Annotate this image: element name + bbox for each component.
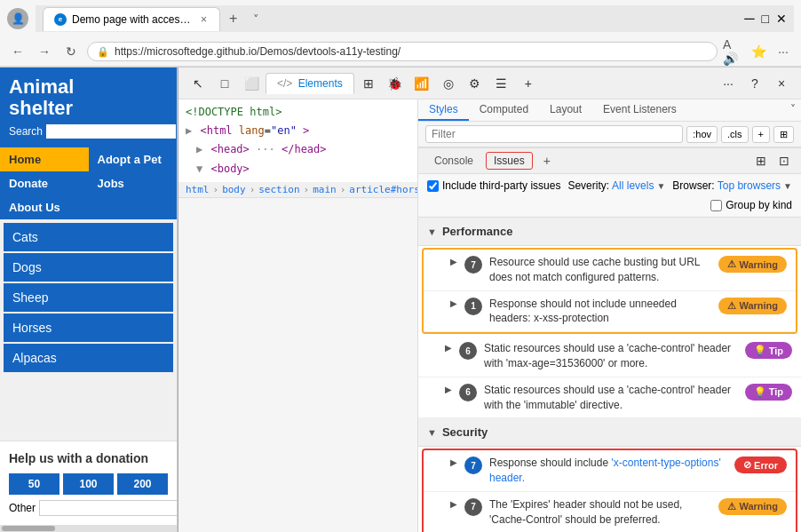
- security-tab-icon[interactable]: ☰: [489, 71, 514, 96]
- network-tab-icon[interactable]: ⊞: [356, 71, 381, 96]
- more-tools-button[interactable]: ···: [773, 41, 794, 62]
- breadcrumb-main[interactable]: main: [313, 184, 337, 195]
- devtools-help-button[interactable]: ?: [742, 71, 767, 96]
- site-name-shelter: shelter: [9, 97, 73, 119]
- group-by-filter[interactable]: Group by kind: [710, 199, 792, 211]
- add-style-button[interactable]: +: [752, 126, 770, 143]
- issue-link[interactable]: 'x-content-type-options' header.: [489, 457, 721, 484]
- donation-50-button[interactable]: 50: [9, 473, 59, 495]
- maximize-button[interactable]: □: [762, 12, 769, 26]
- warning-icon: ⚠: [727, 501, 736, 512]
- event-listeners-tab[interactable]: Event Listeners: [592, 99, 687, 121]
- search-input[interactable]: [46, 124, 176, 139]
- animal-item-horses[interactable]: Horses: [4, 314, 173, 342]
- lock-icon: 🔒: [97, 46, 109, 58]
- active-tab[interactable]: e Demo page with accessibility iss... ×: [43, 7, 220, 31]
- add-panel-button[interactable]: +: [536, 150, 558, 171]
- minimize-button[interactable]: ─: [744, 11, 754, 27]
- nav-home-button[interactable]: Home: [0, 147, 89, 171]
- breadcrumb-html[interactable]: html: [186, 184, 210, 195]
- class-filter-button[interactable]: .cls: [721, 126, 749, 143]
- panel-action-1[interactable]: ⊞: [751, 151, 771, 171]
- hover-filter-button[interactable]: :hov: [686, 126, 718, 143]
- nav-donate-button[interactable]: Donate: [0, 171, 89, 195]
- console-tab[interactable]: Console: [425, 151, 482, 171]
- filter-actions: :hov .cls + ⊞: [686, 126, 794, 143]
- new-tab-button[interactable]: +: [220, 5, 246, 32]
- donation-200-button[interactable]: 200: [117, 473, 168, 495]
- styles-more-button[interactable]: ˅: [785, 99, 801, 121]
- security-chevron: ▼: [427, 427, 437, 438]
- favorites-button[interactable]: ⭐: [748, 41, 769, 62]
- inspect-element-button[interactable]: ↖: [186, 71, 210, 96]
- lighthouse-tab-icon[interactable]: +: [516, 71, 541, 96]
- performance-section-title: Performance: [442, 225, 512, 238]
- computed-tab[interactable]: Computed: [469, 99, 539, 121]
- styles-tab[interactable]: Styles: [418, 99, 469, 121]
- nav-adopt-button[interactable]: Adopt a Pet: [89, 147, 178, 171]
- nav-menu: Home Adopt a Pet Donate Jobs About Us: [0, 147, 177, 219]
- issue-count: 6: [459, 384, 477, 401]
- issue-expand-icon[interactable]: ▶: [445, 343, 452, 353]
- breadcrumb-article[interactable]: article#horses: [349, 184, 418, 195]
- html-head[interactable]: ▶ <head> ··· </head>: [178, 140, 417, 159]
- filter-bar: :hov .cls + ⊞: [418, 122, 801, 147]
- html-body[interactable]: ▼ <body>: [178, 160, 417, 179]
- elements-tab[interactable]: </> Elements: [266, 73, 354, 94]
- browser-filter[interactable]: Browser: Top browsers ▼: [672, 179, 792, 192]
- styles-filter-input[interactable]: [425, 125, 683, 143]
- forward-button[interactable]: →: [34, 41, 55, 62]
- read-aloud-button[interactable]: A🔊: [723, 41, 744, 62]
- devtools-more-button[interactable]: ···: [716, 71, 741, 96]
- issue-expand-icon[interactable]: ▶: [450, 257, 457, 266]
- issue-expand-icon[interactable]: ▶: [450, 499, 457, 509]
- tip-icon: 💡: [754, 386, 766, 398]
- security-section-header[interactable]: ▼ Security: [418, 418, 801, 447]
- elements-panel: <!DOCTYPE html> ▶ <html lang="en" > ▶ <h…: [178, 99, 801, 532]
- donation-amounts: 50 100 200: [9, 473, 168, 495]
- tab-dropdown-button[interactable]: ˅: [246, 7, 266, 31]
- url-text: https://microsoftedge.github.io/Demos/de…: [115, 45, 708, 58]
- close-window-button[interactable]: ✕: [776, 12, 787, 26]
- issue-expand-icon[interactable]: ▶: [450, 457, 457, 467]
- address-actions: A🔊 ⭐ ···: [723, 41, 794, 62]
- issues-tab[interactable]: Issues: [486, 152, 533, 170]
- donation-other-label: Other: [9, 502, 36, 514]
- html-root[interactable]: ▶ <html lang="en" >: [178, 122, 417, 140]
- breadcrumb-body[interactable]: body: [222, 184, 246, 195]
- url-bar[interactable]: 🔒 https://microsoftedge.github.io/Demos/…: [87, 42, 718, 61]
- breadcrumb-section[interactable]: section: [258, 184, 299, 195]
- nav-about-button[interactable]: About Us: [0, 195, 177, 219]
- back-button[interactable]: ←: [7, 41, 28, 62]
- devtools-close-button[interactable]: ×: [769, 71, 794, 96]
- donation-100-button[interactable]: 100: [63, 473, 114, 495]
- performance-tab-icon[interactable]: 📶: [409, 71, 434, 96]
- memory-tab-icon[interactable]: ◎: [436, 71, 461, 96]
- warning-badge: ⚠ Warning: [718, 498, 787, 515]
- device-mode-button[interactable]: ⬜: [239, 71, 264, 96]
- sources-tab-icon[interactable]: 🐞: [383, 71, 408, 96]
- refresh-button[interactable]: ↻: [60, 41, 82, 62]
- nav-jobs-button[interactable]: Jobs: [89, 171, 178, 195]
- performance-section-header[interactable]: ▼ Performance: [418, 218, 801, 246]
- animal-item-dogs[interactable]: Dogs: [4, 253, 173, 282]
- computed-view-button[interactable]: ⊞: [773, 126, 794, 143]
- animal-item-alpacas[interactable]: Alpacas: [4, 344, 173, 372]
- donation-other-input[interactable]: [39, 500, 178, 516]
- third-party-checkbox[interactable]: Include third-party issues: [427, 179, 560, 192]
- severity-filter[interactable]: Severity: All levels ▼: [567, 179, 665, 192]
- issue-row: ▶ 7 The 'Expires' header should not be u…: [424, 492, 796, 532]
- tab-close-button[interactable]: ×: [199, 13, 209, 26]
- layout-tab[interactable]: Layout: [539, 99, 592, 121]
- issue-expand-icon[interactable]: ▶: [445, 385, 452, 394]
- animal-item-sheep[interactable]: Sheep: [4, 283, 173, 312]
- animal-item-cats[interactable]: Cats: [4, 223, 173, 251]
- application-tab-icon[interactable]: ⚙: [463, 71, 488, 96]
- address-bar: ← → ↻ 🔒 https://microsoftedge.github.io/…: [0, 37, 801, 67]
- user-avatar[interactable]: 👤: [7, 8, 28, 29]
- devtools-toolbar: ↖ □ ⬜ </> Elements ⊞ 🐞 📶 ◎ ⚙ ☰ + ··· ? ×: [178, 67, 801, 99]
- warning-badge: ⚠ Warning: [718, 256, 787, 273]
- device-toolbar-button[interactable]: □: [212, 71, 237, 96]
- issue-expand-icon[interactable]: ▶: [450, 298, 457, 308]
- panel-action-2[interactable]: ⊡: [774, 151, 794, 171]
